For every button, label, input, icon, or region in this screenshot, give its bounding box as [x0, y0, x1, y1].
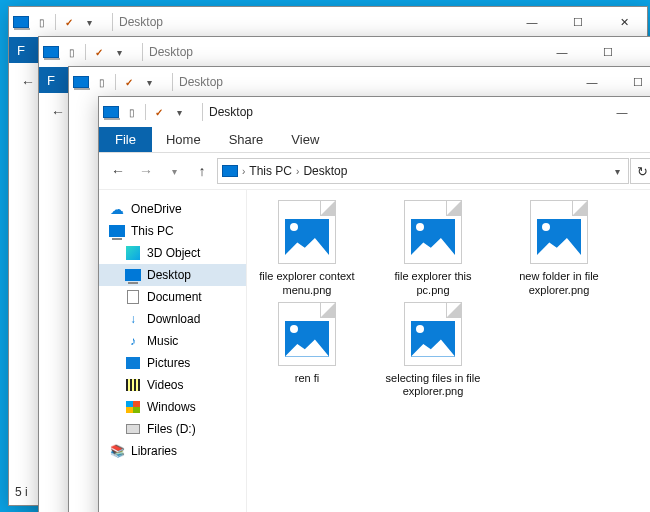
tree-item-videos[interactable]: Videos: [99, 374, 246, 396]
tree-item-download[interactable]: ↓Download: [99, 308, 246, 330]
tree-item-label: 3D Object: [147, 246, 200, 260]
minimize-button[interactable]: —: [569, 67, 615, 97]
image-file-icon: [530, 200, 588, 264]
tree-item-label: Desktop: [147, 268, 191, 282]
file-name: ren fi: [253, 372, 361, 386]
back-button[interactable]: ←: [105, 158, 131, 184]
file-name: new folder in file explorer.png: [505, 270, 613, 298]
minimize-button[interactable]: —: [539, 37, 585, 67]
maximize-button[interactable]: ☐: [585, 37, 631, 67]
tree-item-3d-object[interactable]: 3D Object: [99, 242, 246, 264]
tree-item-label: OneDrive: [131, 202, 182, 216]
forward-button[interactable]: →: [133, 158, 159, 184]
file-item[interactable]: selecting files in file explorer.png: [379, 302, 487, 400]
image-file-icon: [278, 302, 336, 366]
maximize-button[interactable]: ☐: [615, 67, 650, 97]
tab-view[interactable]: View: [277, 127, 333, 152]
app-icon: [103, 106, 119, 118]
window-title: Desktop: [149, 45, 193, 59]
music-icon: ♪: [125, 334, 141, 348]
minimize-button[interactable]: —: [509, 7, 555, 37]
file-name: file explorer context menu.png: [253, 270, 361, 298]
file-tab[interactable]: F: [39, 67, 69, 93]
qat-dropdown[interactable]: ▾: [170, 103, 188, 121]
chevron-right-icon[interactable]: ›: [242, 166, 245, 177]
tree-item-label: Files (D:): [147, 422, 196, 436]
tree-item-label: Windows: [147, 400, 196, 414]
qat-properties-icon[interactable]: ✓: [150, 103, 168, 121]
app-icon: [73, 76, 89, 88]
qat-dropdown[interactable]: ▾: [140, 73, 158, 91]
file-item[interactable]: file explorer this pc.png: [379, 200, 487, 298]
file-tab[interactable]: F: [9, 37, 39, 63]
qat-dropdown[interactable]: ▾: [80, 13, 98, 31]
lib-icon: 📚: [109, 444, 125, 458]
qat-folder-icon[interactable]: ▯: [93, 73, 111, 91]
qat-folder-icon[interactable]: ▯: [33, 13, 51, 31]
tab-share[interactable]: Share: [215, 127, 278, 152]
win-icon: [125, 400, 141, 414]
tree-item-document[interactable]: Document: [99, 286, 246, 308]
qat-properties-icon[interactable]: ✓: [120, 73, 138, 91]
file-item[interactable]: ren fi: [253, 302, 361, 400]
image-file-icon: [404, 200, 462, 264]
qat-folder-icon[interactable]: ▯: [123, 103, 141, 121]
file-item[interactable]: new folder in file explorer.png: [505, 200, 613, 298]
monitor-icon: [125, 268, 141, 282]
tree-item-label: Videos: [147, 378, 183, 392]
status-count: 5 i: [15, 485, 28, 499]
address-bar[interactable]: › This PC › Desktop ▾: [217, 158, 629, 184]
close-button[interactable]: ✕: [601, 7, 647, 37]
window-title: Desktop: [209, 105, 253, 119]
tree-item-music[interactable]: ♪Music: [99, 330, 246, 352]
tree-item-label: Pictures: [147, 356, 190, 370]
app-icon: [43, 46, 59, 58]
down-icon: ↓: [125, 312, 141, 326]
file-tab[interactable]: File: [99, 127, 152, 152]
recent-locations-button[interactable]: ▾: [161, 158, 187, 184]
window-title: Desktop: [179, 75, 223, 89]
minimize-button[interactable]: —: [599, 97, 645, 127]
file-name: file explorer this pc.png: [379, 270, 487, 298]
image-file-icon: [404, 302, 462, 366]
maximize-button[interactable]: ☐: [555, 7, 601, 37]
tree-item-label: Download: [147, 312, 200, 326]
maximize-button[interactable]: ☐: [645, 97, 650, 127]
tree-item-desktop[interactable]: Desktop: [99, 264, 246, 286]
vid-icon: [125, 378, 141, 392]
tree-item-windows[interactable]: Windows: [99, 396, 246, 418]
breadcrumb-desktop[interactable]: Desktop: [303, 164, 347, 178]
qat-properties-icon[interactable]: ✓: [60, 13, 78, 31]
navigation-tree[interactable]: ☁OneDriveThis PC3D ObjectDesktopDocument…: [99, 190, 247, 512]
window-title: Desktop: [119, 15, 163, 29]
file-item[interactable]: file explorer context menu.png: [253, 200, 361, 298]
qat-properties-icon[interactable]: ✓: [90, 43, 108, 61]
refresh-button[interactable]: ↻: [630, 158, 650, 184]
address-dropdown[interactable]: ▾: [611, 166, 624, 177]
file-list[interactable]: file explorer context menu.pngfile explo…: [247, 190, 650, 512]
file-name: selecting files in file explorer.png: [379, 372, 487, 400]
tab-home[interactable]: Home: [152, 127, 215, 152]
monitor-icon: [109, 224, 125, 238]
tree-item-pictures[interactable]: Pictures: [99, 352, 246, 374]
3d-icon: [125, 246, 141, 260]
chevron-right-icon[interactable]: ›: [296, 166, 299, 177]
cloud-icon: ☁: [109, 202, 125, 216]
tree-item-this-pc[interactable]: This PC: [99, 220, 246, 242]
tree-item-label: Document: [147, 290, 202, 304]
qat-dropdown[interactable]: ▾: [110, 43, 128, 61]
tree-item-onedrive[interactable]: ☁OneDrive: [99, 198, 246, 220]
close-button[interactable]: ✕: [631, 37, 650, 67]
up-button[interactable]: ↑: [189, 158, 215, 184]
tree-item-label: Libraries: [131, 444, 177, 458]
app-icon: [13, 16, 29, 28]
breadcrumb-thispc[interactable]: This PC: [249, 164, 292, 178]
location-icon: [222, 165, 238, 177]
doc-icon: [125, 290, 141, 304]
tree-item-label: Music: [147, 334, 178, 348]
pic-icon: [125, 356, 141, 370]
image-file-icon: [278, 200, 336, 264]
tree-item-files-d-[interactable]: Files (D:): [99, 418, 246, 440]
qat-folder-icon[interactable]: ▯: [63, 43, 81, 61]
tree-item-libraries[interactable]: 📚Libraries: [99, 440, 246, 462]
